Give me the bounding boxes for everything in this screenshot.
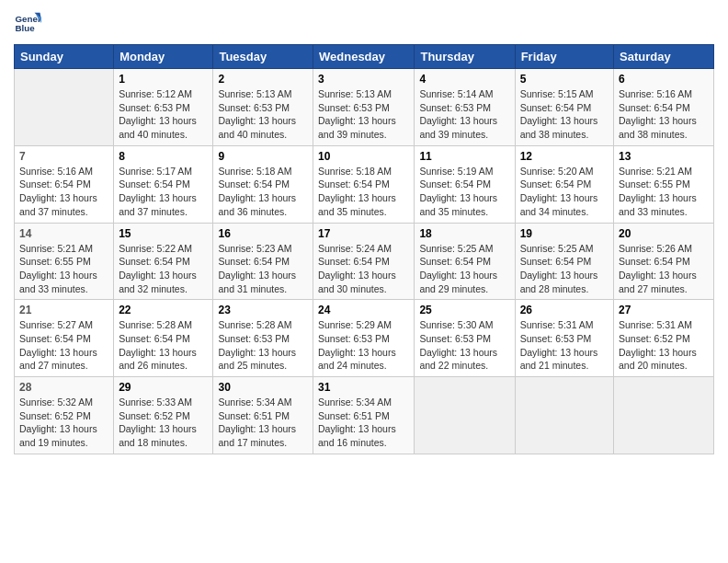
day-info: Sunrise: 5:34 AM Sunset: 6:51 PM Dayligh… <box>318 396 409 450</box>
day-number: 15 <box>119 227 208 240</box>
day-info: Sunrise: 5:17 AM Sunset: 6:54 PM Dayligh… <box>119 165 208 219</box>
week-row-3: 14Sunrise: 5:21 AM Sunset: 6:55 PM Dayli… <box>15 223 714 300</box>
day-info: Sunrise: 5:29 AM Sunset: 6:53 PM Dayligh… <box>318 318 409 373</box>
day-cell: 22Sunrise: 5:28 AM Sunset: 6:54 PM Dayli… <box>114 300 213 377</box>
day-number: 27 <box>619 304 709 316</box>
day-number: 9 <box>218 150 308 163</box>
day-number: 7 <box>19 150 108 163</box>
day-number: 25 <box>419 304 509 316</box>
day-cell: 18Sunrise: 5:25 AM Sunset: 6:54 PM Dayli… <box>415 223 515 300</box>
day-cell: 4Sunrise: 5:14 AM Sunset: 6:53 PM Daylig… <box>415 69 515 146</box>
day-info: Sunrise: 5:25 AM Sunset: 6:54 PM Dayligh… <box>419 242 509 296</box>
day-cell: 16Sunrise: 5:23 AM Sunset: 6:54 PM Dayli… <box>213 223 313 300</box>
day-number: 29 <box>119 381 208 394</box>
day-cell: 21Sunrise: 5:27 AM Sunset: 6:54 PM Dayli… <box>15 300 114 377</box>
day-cell: 20Sunrise: 5:26 AM Sunset: 6:54 PM Dayli… <box>614 223 714 300</box>
day-cell: 24Sunrise: 5:29 AM Sunset: 6:53 PM Dayli… <box>313 300 415 377</box>
day-info: Sunrise: 5:28 AM Sunset: 6:53 PM Dayligh… <box>218 318 308 373</box>
day-info: Sunrise: 5:32 AM Sunset: 6:52 PM Dayligh… <box>19 396 108 450</box>
day-info: Sunrise: 5:24 AM Sunset: 6:54 PM Dayligh… <box>318 242 409 296</box>
day-number: 10 <box>318 150 409 163</box>
day-info: Sunrise: 5:28 AM Sunset: 6:54 PM Dayligh… <box>119 318 208 373</box>
day-number: 2 <box>218 73 308 86</box>
day-info: Sunrise: 5:12 AM Sunset: 6:53 PM Dayligh… <box>119 87 208 142</box>
day-cell: 14Sunrise: 5:21 AM Sunset: 6:55 PM Dayli… <box>15 223 114 300</box>
week-row-2: 7Sunrise: 5:16 AM Sunset: 6:54 PM Daylig… <box>15 145 714 223</box>
day-cell: 2Sunrise: 5:13 AM Sunset: 6:53 PM Daylig… <box>213 69 313 146</box>
page-container: General Blue SundayMondayTuesdayWednesda… <box>0 0 728 464</box>
day-cell: 23Sunrise: 5:28 AM Sunset: 6:53 PM Dayli… <box>213 300 313 377</box>
day-number: 21 <box>19 304 108 316</box>
day-number: 20 <box>619 227 709 240</box>
day-cell: 5Sunrise: 5:15 AM Sunset: 6:54 PM Daylig… <box>515 69 613 146</box>
day-info: Sunrise: 5:18 AM Sunset: 6:54 PM Dayligh… <box>218 165 308 219</box>
day-number: 17 <box>318 227 409 240</box>
day-number: 26 <box>520 304 609 316</box>
day-number: 14 <box>19 227 108 240</box>
day-cell <box>515 377 613 454</box>
weekday-header-thursday: Thursday <box>415 45 515 69</box>
day-number: 22 <box>119 304 208 316</box>
weekday-header-row: SundayMondayTuesdayWednesdayThursdayFrid… <box>15 45 714 69</box>
day-info: Sunrise: 5:25 AM Sunset: 6:54 PM Dayligh… <box>520 242 609 296</box>
week-row-4: 21Sunrise: 5:27 AM Sunset: 6:54 PM Dayli… <box>15 300 714 377</box>
day-number: 30 <box>218 381 308 394</box>
day-info: Sunrise: 5:15 AM Sunset: 6:54 PM Dayligh… <box>520 87 609 142</box>
day-cell: 27Sunrise: 5:31 AM Sunset: 6:52 PM Dayli… <box>614 300 714 377</box>
header: General Blue <box>14 9 714 37</box>
day-cell: 1Sunrise: 5:12 AM Sunset: 6:53 PM Daylig… <box>114 69 213 146</box>
day-number: 24 <box>318 304 409 316</box>
week-row-1: 1Sunrise: 5:12 AM Sunset: 6:53 PM Daylig… <box>15 69 714 146</box>
day-cell: 15Sunrise: 5:22 AM Sunset: 6:54 PM Dayli… <box>114 223 213 300</box>
day-cell: 7Sunrise: 5:16 AM Sunset: 6:54 PM Daylig… <box>15 145 114 223</box>
day-cell: 19Sunrise: 5:25 AM Sunset: 6:54 PM Dayli… <box>515 223 613 300</box>
day-cell: 25Sunrise: 5:30 AM Sunset: 6:53 PM Dayli… <box>415 300 515 377</box>
day-info: Sunrise: 5:21 AM Sunset: 6:55 PM Dayligh… <box>19 242 108 296</box>
day-number: 1 <box>119 73 208 86</box>
day-number: 31 <box>318 381 409 394</box>
day-number: 13 <box>619 150 709 163</box>
day-info: Sunrise: 5:19 AM Sunset: 6:54 PM Dayligh… <box>419 165 509 219</box>
logo: General Blue <box>14 9 45 37</box>
logo-icon: General Blue <box>14 9 41 37</box>
day-info: Sunrise: 5:26 AM Sunset: 6:54 PM Dayligh… <box>619 242 709 296</box>
day-cell <box>415 377 515 454</box>
day-info: Sunrise: 5:18 AM Sunset: 6:54 PM Dayligh… <box>318 165 409 219</box>
day-cell <box>614 377 714 454</box>
day-number: 6 <box>619 73 709 86</box>
day-info: Sunrise: 5:30 AM Sunset: 6:53 PM Dayligh… <box>419 318 509 373</box>
day-number: 23 <box>218 304 308 316</box>
weekday-header-wednesday: Wednesday <box>313 45 415 69</box>
day-cell: 13Sunrise: 5:21 AM Sunset: 6:55 PM Dayli… <box>614 145 714 223</box>
day-number: 4 <box>419 73 509 86</box>
weekday-header-friday: Friday <box>515 45 613 69</box>
day-info: Sunrise: 5:27 AM Sunset: 6:54 PM Dayligh… <box>19 318 108 373</box>
day-number: 5 <box>520 73 609 86</box>
day-number: 3 <box>318 73 409 86</box>
day-number: 19 <box>520 227 609 240</box>
day-info: Sunrise: 5:33 AM Sunset: 6:52 PM Dayligh… <box>119 396 208 450</box>
day-number: 12 <box>520 150 609 163</box>
day-cell: 30Sunrise: 5:34 AM Sunset: 6:51 PM Dayli… <box>213 377 313 454</box>
day-info: Sunrise: 5:13 AM Sunset: 6:53 PM Dayligh… <box>318 87 409 142</box>
day-cell: 28Sunrise: 5:32 AM Sunset: 6:52 PM Dayli… <box>15 377 114 454</box>
day-cell: 29Sunrise: 5:33 AM Sunset: 6:52 PM Dayli… <box>114 377 213 454</box>
day-cell <box>15 69 114 146</box>
day-cell: 3Sunrise: 5:13 AM Sunset: 6:53 PM Daylig… <box>313 69 415 146</box>
day-info: Sunrise: 5:21 AM Sunset: 6:55 PM Dayligh… <box>619 165 709 219</box>
svg-text:Blue: Blue <box>16 23 36 33</box>
day-info: Sunrise: 5:20 AM Sunset: 6:54 PM Dayligh… <box>520 165 609 219</box>
calendar-table: SundayMondayTuesdayWednesdayThursdayFrid… <box>14 44 714 454</box>
day-cell: 31Sunrise: 5:34 AM Sunset: 6:51 PM Dayli… <box>313 377 415 454</box>
day-number: 28 <box>19 381 108 394</box>
day-cell: 26Sunrise: 5:31 AM Sunset: 6:53 PM Dayli… <box>515 300 613 377</box>
weekday-header-tuesday: Tuesday <box>213 45 313 69</box>
week-row-5: 28Sunrise: 5:32 AM Sunset: 6:52 PM Dayli… <box>15 377 714 454</box>
weekday-header-monday: Monday <box>114 45 213 69</box>
day-info: Sunrise: 5:14 AM Sunset: 6:53 PM Dayligh… <box>419 87 509 142</box>
day-cell: 6Sunrise: 5:16 AM Sunset: 6:54 PM Daylig… <box>614 69 714 146</box>
day-cell: 9Sunrise: 5:18 AM Sunset: 6:54 PM Daylig… <box>213 145 313 223</box>
day-info: Sunrise: 5:23 AM Sunset: 6:54 PM Dayligh… <box>218 242 308 296</box>
day-info: Sunrise: 5:16 AM Sunset: 6:54 PM Dayligh… <box>619 87 709 142</box>
day-number: 16 <box>218 227 308 240</box>
